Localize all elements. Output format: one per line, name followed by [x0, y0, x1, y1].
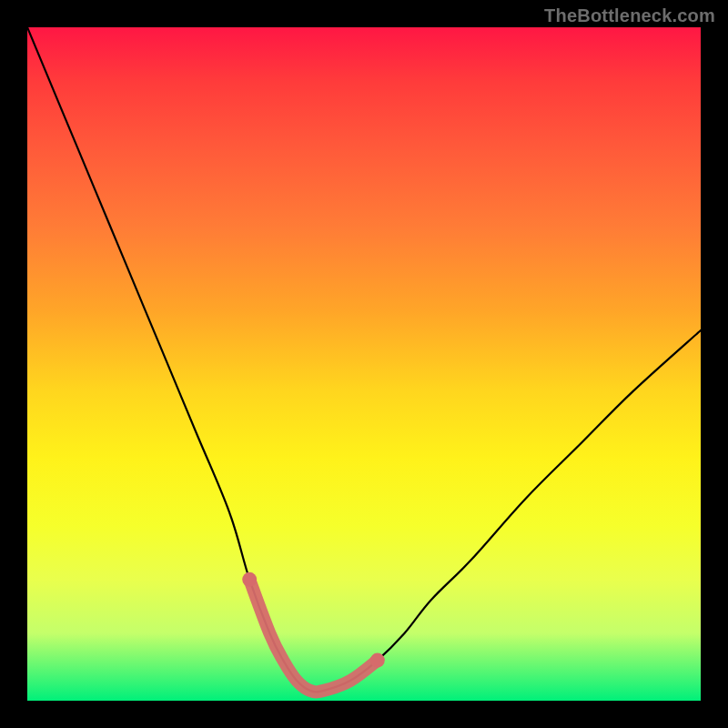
chart-frame: TheBottleneck.com: [0, 0, 728, 728]
plot-area: [27, 27, 701, 701]
highlight-end-dot: [370, 653, 385, 668]
watermark-text: TheBottleneck.com: [544, 5, 715, 26]
bottom-highlight: [249, 580, 378, 693]
chart-svg: [27, 27, 701, 701]
highlight-end-dot: [242, 572, 257, 587]
bottleneck-curve: [27, 27, 701, 692]
